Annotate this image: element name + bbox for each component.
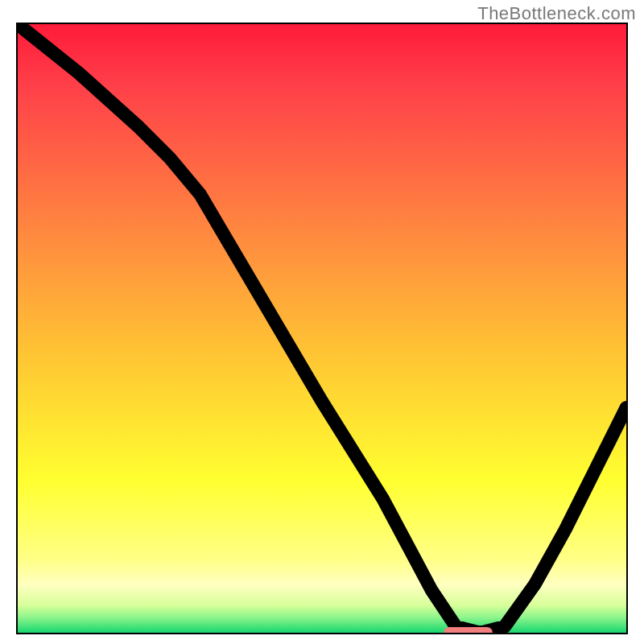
chart-plot-area	[16, 23, 628, 634]
sweet-spot-marker	[444, 627, 492, 634]
chart-svg	[18, 24, 626, 633]
watermark-text: TheBottleneck.com	[477, 3, 636, 24]
bottleneck-curve	[18, 24, 626, 633]
